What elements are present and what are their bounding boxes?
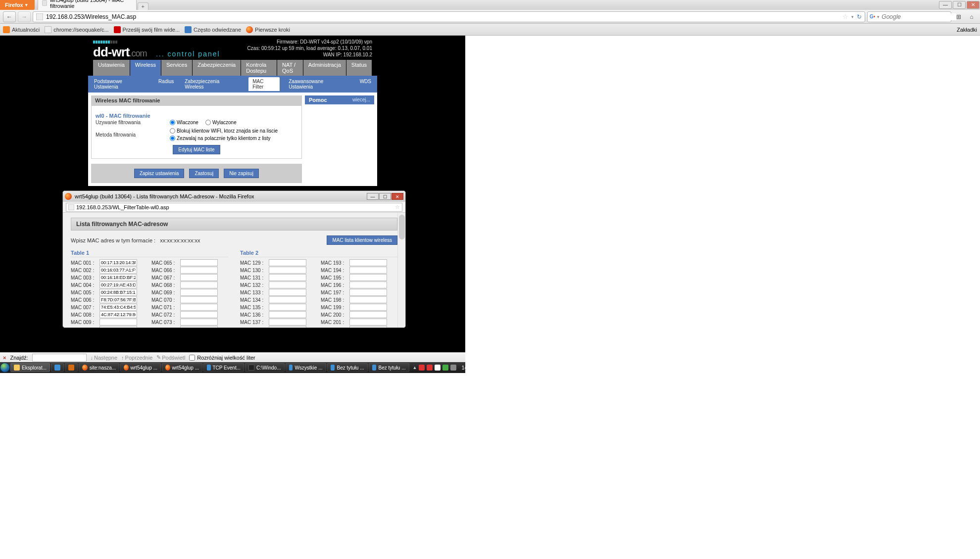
- sub-tab[interactable]: Radius: [156, 77, 176, 91]
- mac-input[interactable]: [349, 296, 387, 303]
- tray-icon[interactable]: [427, 365, 433, 371]
- main-tab[interactable]: Administracja: [303, 60, 346, 76]
- popup-close-button[interactable]: ✕: [392, 193, 403, 200]
- back-button[interactable]: ←: [3, 11, 16, 22]
- main-tab[interactable]: Status: [346, 60, 372, 76]
- taskbar-item[interactable]: [51, 363, 64, 372]
- mac-input[interactable]: [180, 289, 218, 296]
- cancel-button[interactable]: Nie zapisuj: [224, 169, 259, 178]
- taskbar-item[interactable]: Eksplorat...: [10, 363, 50, 372]
- mac-input[interactable]: [349, 319, 387, 326]
- popup-url-input-wrap[interactable]: 192.168.0.253/WL_FilterTable-wl0.asp ☆: [66, 203, 402, 212]
- mac-input[interactable]: [269, 304, 306, 311]
- findbar-close-icon[interactable]: ×: [3, 355, 6, 361]
- mac-input[interactable]: [99, 289, 137, 296]
- method-block-radio[interactable]: Blokuj klientow WIFI, ktorz znajda sie n…: [170, 128, 278, 134]
- mac-input[interactable]: [349, 267, 387, 274]
- mac-input[interactable]: [99, 274, 137, 281]
- mac-input[interactable]: [269, 296, 306, 303]
- main-tab[interactable]: Services: [161, 60, 192, 76]
- apply-button[interactable]: Zastosuj: [189, 169, 219, 178]
- mac-input[interactable]: [99, 326, 137, 327]
- mac-input[interactable]: [99, 267, 137, 274]
- tray-arrow-icon[interactable]: ▲: [413, 365, 417, 370]
- filter-enable-radio[interactable]: Wlaczone: [170, 120, 198, 125]
- help-more-link[interactable]: wiecej...: [352, 97, 370, 103]
- scrollbar[interactable]: [397, 213, 405, 327]
- filter-disable-radio[interactable]: Wylaczone: [205, 120, 237, 125]
- bookmarks-menu[interactable]: Zakładki: [957, 27, 977, 33]
- taskbar-clock[interactable]: 14:26: [461, 365, 475, 371]
- mac-input[interactable]: [180, 326, 218, 327]
- edit-mac-list-button[interactable]: Edytuj MAC liste: [173, 145, 220, 154]
- start-button[interactable]: [0, 362, 10, 373]
- sub-tab[interactable]: Zabezpieczenia Wireless: [183, 77, 242, 91]
- taskbar-item[interactable]: wrt54glup ...: [120, 363, 161, 372]
- popup-titlebar[interactable]: wrt54glup (build 13064) - Lista filtrowa…: [63, 191, 405, 202]
- sub-tab[interactable]: MAC Filter: [248, 77, 280, 91]
- bookmark-item[interactable]: Aktualności: [3, 26, 40, 33]
- mac-input[interactable]: [180, 311, 218, 318]
- bookmark-star-icon[interactable]: ☆: [395, 204, 400, 210]
- search-input[interactable]: [882, 13, 956, 20]
- url-bar[interactable]: ☆ ▾ ↻: [33, 11, 865, 22]
- mac-input[interactable]: [269, 259, 306, 266]
- mac-input[interactable]: [180, 267, 218, 274]
- mac-input[interactable]: [349, 326, 387, 327]
- mac-input[interactable]: [269, 311, 306, 318]
- bookmark-item[interactable]: Często odwiedzane: [185, 26, 241, 33]
- taskbar-item[interactable]: Bez tytułu ...: [369, 363, 409, 372]
- tray-icon[interactable]: [435, 365, 441, 371]
- main-tab[interactable]: Wireless: [130, 60, 161, 76]
- taskbar-item[interactable]: [65, 363, 78, 372]
- mac-input[interactable]: [269, 274, 306, 281]
- reload-button[interactable]: ↻: [857, 13, 862, 20]
- new-tab-button[interactable]: +: [138, 2, 148, 10]
- close-button[interactable]: ✕: [967, 1, 980, 9]
- save-button[interactable]: Zapisz ustawienia: [134, 169, 184, 178]
- bookmark-item[interactable]: chrome://seoquake/c...: [45, 26, 108, 33]
- mac-input[interactable]: [99, 311, 137, 318]
- mac-input[interactable]: [180, 319, 218, 326]
- mac-input[interactable]: [180, 281, 218, 288]
- main-tab[interactable]: Zabezpieczenia: [193, 60, 241, 76]
- mac-input[interactable]: [269, 326, 306, 327]
- find-prev-button[interactable]: ↑ Poprzednie: [121, 355, 152, 361]
- mac-input[interactable]: [99, 304, 137, 311]
- mac-input[interactable]: [269, 319, 306, 326]
- mac-input[interactable]: [349, 304, 387, 311]
- url-input[interactable]: [46, 13, 839, 20]
- find-highlight-button[interactable]: ✎ Podświetl: [156, 354, 185, 361]
- find-input[interactable]: [32, 354, 87, 362]
- sub-tab[interactable]: Zaawansowane Ustawienia: [287, 77, 350, 91]
- search-bar[interactable]: G• ▾: [867, 11, 951, 22]
- bookmark-item[interactable]: Pierwsze kroki: [246, 26, 290, 33]
- main-tab[interactable]: Ustawienia: [93, 60, 130, 76]
- mac-input[interactable]: [99, 319, 137, 326]
- find-case-checkbox[interactable]: Rozróżniaj wielkość liter: [189, 355, 255, 361]
- mac-input[interactable]: [180, 296, 218, 303]
- mac-input[interactable]: [349, 274, 387, 281]
- popup-minimize-button[interactable]: —: [367, 193, 379, 200]
- main-tab[interactable]: NAT / QoS: [277, 60, 303, 76]
- mac-client-list-button[interactable]: MAC lista klientow wireless: [327, 235, 397, 245]
- mac-input[interactable]: [269, 281, 306, 288]
- sub-tab[interactable]: Podstawowe Ustawienia: [92, 77, 149, 91]
- main-tab[interactable]: Kontrola Dostepu: [241, 60, 277, 76]
- firefox-menu-button[interactable]: Firefox: [0, 0, 35, 10]
- browser-tab[interactable]: wrt54glup (build 13064) - MAC filtrowani…: [38, 0, 137, 10]
- method-allow-radio[interactable]: Zezwalaj na polacznie tylko klientom z l…: [170, 136, 271, 141]
- mac-input[interactable]: [180, 274, 218, 281]
- mac-input[interactable]: [269, 289, 306, 296]
- home-button[interactable]: ⌂: [966, 11, 977, 22]
- tray-icon[interactable]: [450, 365, 456, 371]
- downloads-icon[interactable]: ⊞: [953, 11, 964, 22]
- forward-button[interactable]: →: [18, 11, 31, 22]
- taskbar-item[interactable]: wrt54glup ...: [162, 363, 202, 372]
- mac-input[interactable]: [99, 259, 137, 266]
- mac-input[interactable]: [269, 267, 306, 274]
- minimize-button[interactable]: —: [939, 1, 952, 9]
- mac-input[interactable]: [349, 281, 387, 288]
- mac-input[interactable]: [349, 289, 387, 296]
- mac-input[interactable]: [349, 311, 387, 318]
